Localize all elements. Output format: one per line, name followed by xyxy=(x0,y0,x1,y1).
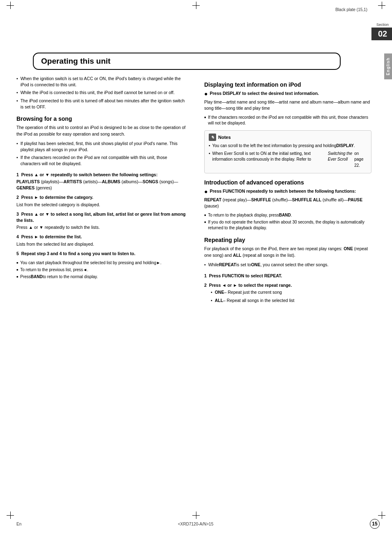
top-margin: Black plate (15,1) xyxy=(0,0,392,11)
browsing-heading: Browsing for a song xyxy=(16,115,188,122)
step-1-body: PLAYLISTS (playlists)—ARTISTS (artists)—… xyxy=(16,179,188,191)
step-2: 2 Press ► to determine the category. Lis… xyxy=(16,194,188,207)
notes-box: ✎ Notes You can scroll to the left the t… xyxy=(204,130,371,173)
footer-en-label: En xyxy=(16,522,21,526)
display-body: Play time—artist name and song title—art… xyxy=(204,99,371,111)
footer-page: 15 xyxy=(370,519,380,529)
step-3-body: Press ▲ or ▼ repeatedly to switch the li… xyxy=(16,224,188,230)
en-label: En xyxy=(16,522,21,526)
section-badge-area: Section 02 xyxy=(371,23,392,40)
repeat-step-2-heading: 2 Press ◄ or ► to select the repeat rang… xyxy=(204,282,371,288)
left-column: When the ignition switch is set to ACC o… xyxy=(0,70,196,314)
advanced-notes: To return to the playback display, press… xyxy=(204,212,371,231)
display-notes: If the characters recorded on the iPod a… xyxy=(204,115,371,126)
display-note-1: If the characters recorded on the iPod a… xyxy=(204,115,371,126)
top-center-crosshair xyxy=(192,2,200,9)
notes-header: ✎ Notes xyxy=(209,134,367,141)
repeating-heading: Repeating play xyxy=(204,237,371,243)
section-number: 02 xyxy=(371,28,392,40)
step-4-body: Lists from the selected list are display… xyxy=(16,241,188,247)
intro-bullets: When the ignition switch is set to ACC o… xyxy=(16,76,188,110)
intro-bullet-3: The iPod connected to this unit is turne… xyxy=(16,98,188,110)
plate-text: Black plate (15,1) xyxy=(335,7,367,12)
step-4-heading: 4 Press ► to determine the list. xyxy=(16,234,188,240)
step-3: 3 Press ▲ or ▼ to select a song list, al… xyxy=(16,211,188,231)
advanced-body: REPEAT (repeat play)—SHUFFLE (shuffle)—S… xyxy=(204,197,371,209)
footer: En <XRD7120-A/N>15 15 xyxy=(0,519,392,529)
step-4: 4 Press ► to determine the list. Lists f… xyxy=(16,234,188,247)
page-title: Operating this unit xyxy=(41,57,332,66)
section-label: Section xyxy=(376,23,392,27)
display-bullet-heading: Press DISPLAY to select the desired text… xyxy=(210,90,319,97)
repeat-step-2-bullets: ONE – Repeat just the current song ALL –… xyxy=(211,289,371,303)
step-1: 1 Press ▲ or ▼ repeatedly to switch betw… xyxy=(16,172,188,191)
repeat-step-1-heading: 1 Press FUNCTION to select REPEAT. xyxy=(204,273,371,279)
right-column: Displaying text information on iPod ● Pr… xyxy=(196,70,392,314)
content-area: When the ignition switch is set to ACC o… xyxy=(0,70,392,326)
advanced-bullet-heading: Press FUNCTION repeatedly to switch betw… xyxy=(210,188,356,194)
note-2: When Ever Scroll is set to ON at the ini… xyxy=(209,151,367,169)
step-5-heading: 5 Repeat step 3 and 4 to find a song you… xyxy=(16,251,188,257)
repeat-step-1: 1 Press FUNCTION to select REPEAT. xyxy=(204,273,371,279)
repeat-range-one: ONE – Repeat just the current song xyxy=(211,289,371,295)
repeating-bullets: While REPEAT is set to ONE, you cannot s… xyxy=(204,262,371,268)
notes-list: You can scroll to the left the text info… xyxy=(209,143,367,168)
repeat-step-2: 2 Press ◄ or ► to select the repeat rang… xyxy=(204,282,371,304)
step-5-bullet-2: To return to the previous list, press ◄. xyxy=(16,267,188,273)
browsing-bullets: If playlist has been selected, first, th… xyxy=(16,141,188,167)
step-1-heading: 1 Press ▲ or ▼ repeatedly to switch betw… xyxy=(16,172,188,178)
footer-model: <XRD7120-A/N>15 xyxy=(178,522,213,526)
step-5-bullets: You can start playback throughout the se… xyxy=(16,260,188,280)
browsing-bullet-2: If the characters recorded on the iPod a… xyxy=(16,154,188,166)
intro-bullet-1: When the ignition switch is set to ACC o… xyxy=(16,76,188,88)
step-5-bullet-1: You can start playback throughout the se… xyxy=(16,260,188,266)
step-5: 5 Repeat step 3 and 4 to find a song you… xyxy=(16,251,188,257)
repeat-range-all: ALL – Repeat all songs in the selected l… xyxy=(211,297,371,304)
language-sidebar: English xyxy=(384,53,392,79)
browsing-bullet-1: If playlist has been selected, first, th… xyxy=(16,141,188,152)
step-5-bullet-3: Press BAND to return to the normal displ… xyxy=(16,274,188,280)
step-2-body: List from the selected category is displ… xyxy=(16,202,188,208)
bottom-center-crosshair xyxy=(192,512,200,519)
display-bullet-item: ● Press DISPLAY to select the desired te… xyxy=(204,90,371,97)
advanced-note-1: To return to the playback display, press… xyxy=(204,212,371,218)
step-3-heading: 3 Press ▲ or ▼ to select a song list, al… xyxy=(16,211,188,224)
notes-title: Notes xyxy=(218,135,231,140)
browsing-intro: The operation of this unit to control an… xyxy=(16,124,188,137)
bottom-left-crosshair xyxy=(7,512,14,519)
step-2-heading: 2 Press ► to determine the category. xyxy=(16,194,188,201)
notes-icon: ✎ xyxy=(209,134,216,141)
page-title-box: Operating this unit xyxy=(33,53,341,70)
repeating-bullet-1: While REPEAT is set to ONE, you cannot s… xyxy=(204,262,371,268)
advanced-bullet-item: ● Press FUNCTION repeatedly to switch be… xyxy=(204,188,371,195)
advanced-heading: Introduction of advanced operations xyxy=(204,179,371,186)
page: Black plate (15,1) Section 02 English Op… xyxy=(0,0,392,537)
advanced-note-2: If you do not operate the function withi… xyxy=(204,219,371,231)
top-right-crosshair xyxy=(378,2,385,9)
repeating-intro: For playback of the songs on the iPod, t… xyxy=(204,246,371,258)
intro-bullet-2: While the iPod is connected to this unit… xyxy=(16,90,188,96)
note-1: You can scroll to the left the text info… xyxy=(209,143,367,149)
page-number: 15 xyxy=(370,519,380,529)
bottom-right-crosshair xyxy=(378,512,385,519)
display-heading: Displaying text information on iPod xyxy=(204,81,371,88)
top-left-crosshair xyxy=(7,2,14,9)
